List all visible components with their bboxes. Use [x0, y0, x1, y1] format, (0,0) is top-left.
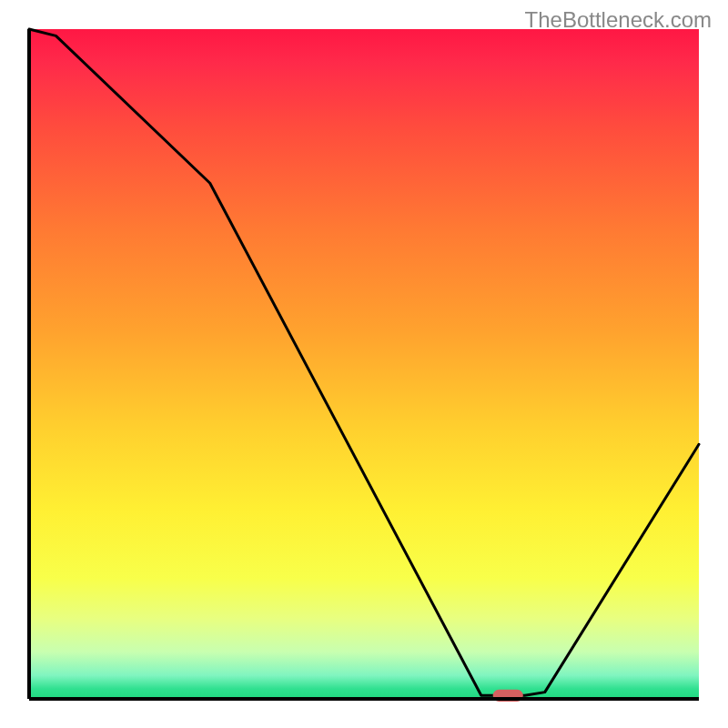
chart-svg	[0, 0, 728, 728]
chart-container: TheBottleneck.com	[0, 0, 728, 728]
watermark-text: TheBottleneck.com	[525, 7, 712, 33]
plot-background	[29, 29, 699, 699]
